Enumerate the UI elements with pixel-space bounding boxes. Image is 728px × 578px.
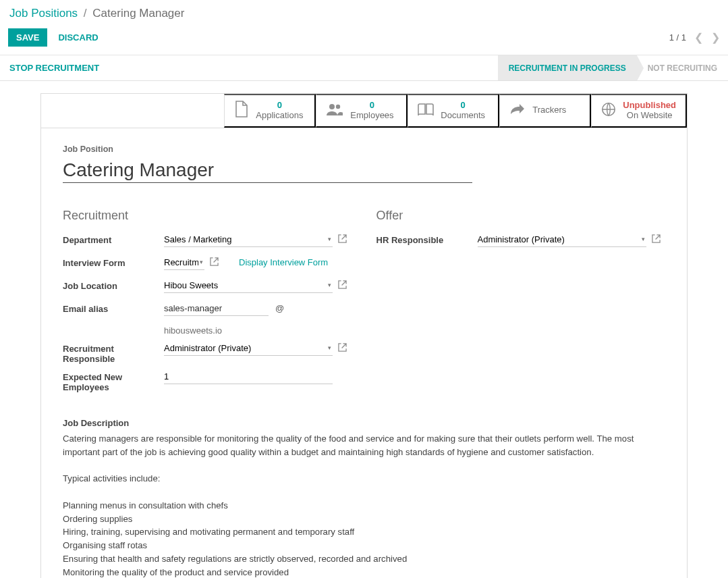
stat-spacer [41,94,224,128]
stat-applications[interactable]: 0 Applications [224,94,316,128]
pager-text: 1 / 1 [669,32,686,43]
label-expected-new-employees: Expected New Employees [63,369,164,392]
label-interview-form: Interview Form [63,255,164,268]
interview-form-select[interactable]: ▾ [164,255,204,270]
caret-icon: ▾ [640,236,646,242]
stat-documents-label: Documents [441,110,485,120]
status-active[interactable]: RECRUITMENT IN PROGRESS [498,55,637,80]
label-hr-responsible: HR Responsible [376,232,478,245]
stat-documents[interactable]: 0 Documents [408,94,499,128]
department-input[interactable] [164,232,327,246]
caret-icon: ▾ [327,236,333,242]
title-input[interactable] [63,158,472,183]
label-email-alias: Email alias [63,301,164,314]
caret-icon: ▾ [327,282,333,288]
external-link-icon[interactable] [652,234,661,245]
stop-recruitment-button[interactable]: STOP RECRUITMENT [9,63,99,73]
globe-icon [601,102,616,119]
stat-trackers[interactable]: Trackers [499,94,591,128]
file-icon [234,101,249,120]
status-segments: RECRUITMENT IN PROGRESS NOT RECRUITING [498,55,728,80]
status-inactive[interactable]: NOT RECRUITING [637,55,728,80]
stat-applications-label: Applications [256,110,303,120]
section-recruitment: Recruitment [63,209,352,223]
title-label: Job Position [63,144,665,154]
svg-point-0 [329,104,335,109]
sheet: 0 Applications 0 Employees 0 [40,93,688,578]
recruitment-responsible-select[interactable]: ▾ [164,341,333,356]
breadcrumb-sep: / [84,7,87,20]
hr-responsible-input[interactable] [478,232,640,246]
interview-form-input[interactable] [164,255,198,269]
stat-bar: 0 Applications 0 Employees 0 [41,94,687,128]
stat-documents-value: 0 [441,101,485,111]
stat-employees[interactable]: 0 Employees [316,94,408,128]
department-select[interactable]: ▾ [164,232,333,247]
pager-prev-icon[interactable]: ❮ [694,31,703,44]
stat-employees-value: 0 [350,101,393,111]
breadcrumb-root[interactable]: Job Positions [9,7,78,20]
col-recruitment: Recruitment Department ▾ [63,209,352,398]
email-at: @ [271,303,284,313]
stat-employees-label: Employees [350,110,393,120]
sheet-wrap: 0 Applications 0 Employees 0 [0,81,728,578]
action-bar: SAVE DISCARD 1 / 1 ❮ ❯ [0,24,728,55]
stat-website-line2: On Website [627,110,673,120]
stat-applications-value: 0 [256,101,303,111]
job-description-body[interactable]: Catering managers are responsible for mo… [63,432,665,578]
external-link-icon[interactable] [210,257,219,268]
external-link-icon[interactable] [338,280,347,291]
label-job-location: Job Location [63,278,164,291]
email-domain: hibousweets.io [164,321,222,336]
external-link-icon[interactable] [338,343,347,354]
stat-website-line1: Unpublished [623,101,676,111]
external-link-icon[interactable] [338,234,347,245]
form-body: Job Position Recruitment Department ▾ [41,128,687,578]
hr-responsible-select[interactable]: ▾ [478,232,646,247]
label-recruitment-responsible: Recruitment Responsible [63,341,164,364]
save-button[interactable]: SAVE [8,28,47,47]
svg-point-1 [336,105,340,109]
display-interview-link[interactable]: Display Interview Form [239,257,328,267]
caret-icon: ▾ [198,259,204,265]
section-offer: Offer [376,209,666,223]
col-offer: Offer HR Responsible ▾ [376,209,666,398]
discard-button[interactable]: DISCARD [47,28,109,47]
recruitment-responsible-input[interactable] [164,341,327,355]
book-icon [418,102,434,119]
job-location-input[interactable] [164,278,327,292]
label-department: Department [63,232,164,245]
job-location-select[interactable]: ▾ [164,278,333,293]
share-arrow-icon [509,103,526,118]
expected-new-employees-input[interactable] [164,369,333,384]
breadcrumb: Job Positions / Catering Manager [0,0,728,24]
state-bar: STOP RECRUITMENT RECRUITMENT IN PROGRESS… [0,55,728,81]
label-job-description: Job Description [63,418,665,428]
breadcrumb-current: Catering Manager [92,7,184,20]
users-icon [326,102,343,119]
email-alias-input[interactable] [164,301,269,316]
pager: 1 / 1 ❮ ❯ [669,31,720,44]
stat-website[interactable]: Unpublished On Website [591,94,687,128]
caret-icon: ▾ [327,344,333,351]
stat-trackers-label: Trackers [532,105,566,115]
pager-next-icon[interactable]: ❯ [711,31,720,44]
